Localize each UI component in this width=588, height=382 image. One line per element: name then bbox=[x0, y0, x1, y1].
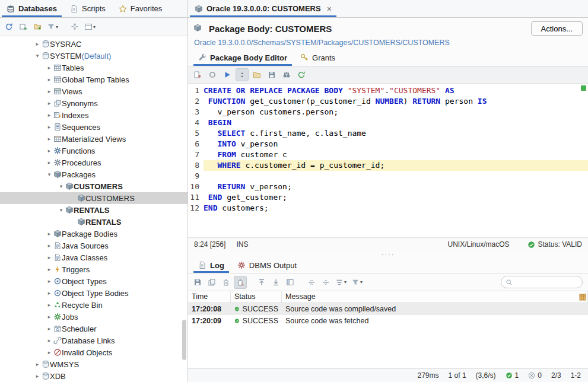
workspace-tab-scripts[interactable]: Scripts bbox=[63, 0, 112, 17]
chevron-right-icon[interactable]: ▸ bbox=[45, 77, 53, 82]
tree-item-customers[interactable]: CUSTOMERS bbox=[0, 192, 187, 204]
tree-item-recycle-bin[interactable]: ▸Recycle Bin bbox=[0, 299, 187, 311]
workspace-tab-databases[interactable]: Databases bbox=[0, 0, 63, 17]
copy-log-icon[interactable] bbox=[205, 276, 218, 289]
chevron-right-icon[interactable]: ▸ bbox=[45, 231, 53, 237]
close-icon[interactable]: × bbox=[327, 4, 332, 14]
chevron-right-icon[interactable]: ▸ bbox=[45, 112, 53, 118]
panel-splitter-handle[interactable]: ···· bbox=[188, 251, 588, 257]
tree-item-rentals[interactable]: ▾RENTALS bbox=[0, 204, 187, 216]
tree-item-java-sources[interactable]: ▸Java Sources bbox=[0, 240, 187, 252]
tree-item-global-temp-tables[interactable]: ▸Global Temp Tables bbox=[0, 74, 187, 85]
chevron-right-icon[interactable]: ▸ bbox=[33, 373, 42, 379]
chevron-down-icon[interactable]: ▾ bbox=[57, 207, 65, 213]
create-object-icon[interactable] bbox=[17, 20, 30, 33]
tab-grants[interactable]: Grants bbox=[294, 49, 342, 66]
chevron-right-icon[interactable]: ▸ bbox=[45, 349, 53, 355]
workspace-tab-favorites[interactable]: Favorites bbox=[112, 0, 169, 17]
column-header-status[interactable]: Status bbox=[231, 291, 282, 303]
tree-item-tables[interactable]: ▸Tables bbox=[0, 62, 187, 74]
sql-code-editor[interactable]: 1CREATE OR REPLACE PACKAGE BODY "SYSTEM"… bbox=[188, 84, 588, 238]
compile-save-icon[interactable] bbox=[191, 68, 204, 81]
filter-icon[interactable]: ▾ bbox=[45, 20, 60, 33]
chevron-right-icon[interactable]: ▸ bbox=[33, 41, 42, 47]
code-line-5[interactable]: 5 SELECT c.first_name, c.last_name bbox=[188, 128, 588, 139]
tree-item-object-type-bodies[interactable]: ▸Object Type Bodies bbox=[0, 287, 187, 299]
tree-item-database-links[interactable]: ▸Database Links bbox=[0, 335, 187, 346]
chevron-right-icon[interactable]: ▸ bbox=[45, 278, 53, 284]
code-line-7[interactable]: 7 FROM customer c bbox=[188, 149, 588, 160]
chevron-right-icon[interactable]: ▸ bbox=[45, 290, 53, 296]
tree-item-object-types[interactable]: ▸Object Types bbox=[0, 275, 187, 287]
scroll-to-end-icon[interactable] bbox=[269, 276, 282, 289]
actions-button[interactable]: Actions... bbox=[531, 21, 583, 36]
execute-icon[interactable] bbox=[221, 68, 234, 81]
tree-item-invalid-objects[interactable]: ▸Invalid Objects bbox=[0, 346, 187, 358]
chevron-down-icon[interactable]: ▾ bbox=[57, 183, 65, 189]
code-line-4[interactable]: 4 BEGIN bbox=[188, 117, 588, 128]
tab-package-body-editor[interactable]: Package Body Editor bbox=[192, 49, 294, 66]
tree-item-rentals[interactable]: RENTALS bbox=[0, 216, 187, 228]
code-line-10[interactable]: 10 RETURN v_person; bbox=[188, 182, 588, 192]
code-line-1[interactable]: 1CREATE OR REPLACE PACKAGE BODY "SYSTEM"… bbox=[188, 85, 588, 96]
tree-item-functions[interactable]: ▸Functions bbox=[0, 145, 187, 157]
chevron-right-icon[interactable]: ▸ bbox=[45, 100, 53, 106]
breadcrumb[interactable]: Oracle 19.3.0.0.0/Schemas/SYSTEM/Package… bbox=[188, 37, 588, 49]
tree-item-java-classes[interactable]: ▸Java Classes bbox=[0, 252, 187, 263]
chevron-right-icon[interactable]: ▸ bbox=[45, 243, 53, 249]
save-file-icon[interactable] bbox=[265, 68, 278, 81]
tree-item-sysrac[interactable]: ▸SYSRAC bbox=[0, 38, 187, 50]
tree-item-scheduler[interactable]: ▸Scheduler bbox=[0, 323, 187, 335]
chevron-right-icon[interactable]: ▸ bbox=[45, 302, 53, 308]
column-header-message[interactable]: Message bbox=[282, 291, 588, 303]
clear-all-icon[interactable] bbox=[234, 276, 247, 289]
tab-dbms-output[interactable]: DBMS Output bbox=[231, 257, 303, 273]
tree-item-indexes[interactable]: ▸Indexes bbox=[0, 109, 187, 121]
chevron-right-icon[interactable]: ▸ bbox=[45, 136, 53, 142]
find-icon[interactable] bbox=[280, 68, 293, 81]
window-layout-icon[interactable]: ▾ bbox=[82, 20, 97, 33]
chevron-right-icon[interactable]: ▸ bbox=[33, 361, 42, 367]
tree-item-customers[interactable]: ▾CUSTOMERS bbox=[0, 180, 187, 192]
editor-tab-oracle-customers[interactable]: Oracle 19.3.0.0.0: CUSTOMERS × bbox=[188, 0, 338, 17]
column-settings-icon[interactable] bbox=[579, 293, 587, 301]
chevron-right-icon[interactable]: ▸ bbox=[45, 148, 53, 154]
delimiter-toggle-icon[interactable]: ∶ bbox=[236, 68, 249, 81]
log-level-icon[interactable]: ▾ bbox=[333, 276, 348, 289]
collapse-rows-icon[interactable] bbox=[305, 276, 318, 289]
chevron-right-icon[interactable]: ▸ bbox=[45, 326, 53, 332]
scroll-to-top-icon[interactable] bbox=[255, 276, 268, 289]
chevron-right-icon[interactable]: ▸ bbox=[45, 124, 53, 130]
code-line-11[interactable]: 11 END get_customer; bbox=[188, 192, 588, 203]
chevron-down-icon[interactable]: ▾ bbox=[45, 171, 53, 177]
tab-log[interactable]: Log bbox=[192, 257, 231, 273]
tree-item-system[interactable]: ▾SYSTEM (Default) bbox=[0, 50, 187, 62]
tree-item-views[interactable]: ▸Views bbox=[0, 85, 187, 97]
chevron-right-icon[interactable]: ▸ bbox=[45, 160, 53, 165]
chevron-right-icon[interactable]: ▸ bbox=[45, 88, 53, 94]
collapse-all-icon[interactable] bbox=[68, 20, 81, 33]
code-line-12[interactable]: 12END customers; bbox=[188, 203, 588, 214]
log-search-input[interactable] bbox=[515, 278, 578, 286]
chevron-right-icon[interactable]: ▸ bbox=[45, 65, 53, 71]
tree-scrollbar-thumb[interactable] bbox=[182, 320, 186, 360]
tree-item-jobs[interactable]: ▸Jobs bbox=[0, 311, 187, 323]
chevron-right-icon[interactable]: ▸ bbox=[45, 254, 53, 260]
tree-item-sequences[interactable]: ▸Sequences bbox=[0, 121, 187, 133]
tree-item-xdb[interactable]: ▸XDB bbox=[0, 370, 187, 382]
chevron-down-icon[interactable]: ▾ bbox=[33, 53, 42, 59]
save-log-icon[interactable] bbox=[191, 276, 204, 289]
tree-item-wmsys[interactable]: ▸WMSYS bbox=[0, 358, 187, 370]
log-row[interactable]: 17:20:09SUCCESSSource code was fetched bbox=[188, 315, 588, 327]
clear-log-icon[interactable] bbox=[220, 276, 233, 289]
code-line-6[interactable]: 6 INTO v_person bbox=[188, 139, 588, 149]
expand-rows-icon[interactable] bbox=[319, 276, 332, 289]
tree-item-packages[interactable]: ▾Packages bbox=[0, 168, 187, 180]
chevron-right-icon[interactable]: ▸ bbox=[45, 338, 53, 343]
column-header-time[interactable]: Time bbox=[188, 291, 231, 303]
chevron-right-icon[interactable]: ▸ bbox=[45, 266, 53, 272]
tree-item-package-bodies[interactable]: ▸Package Bodies bbox=[0, 228, 187, 240]
tree-item-materialized-views[interactable]: ▸Materialized Views bbox=[0, 133, 187, 145]
code-line-8[interactable]: 8 WHERE c.customer_id = p_customer_id; bbox=[188, 160, 588, 171]
refresh-editor-icon[interactable] bbox=[295, 68, 308, 81]
